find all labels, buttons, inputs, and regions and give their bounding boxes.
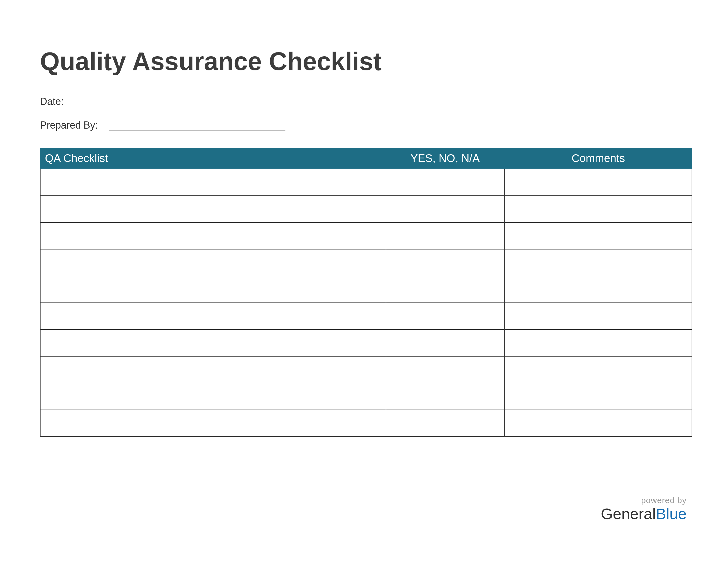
table-row: [41, 222, 692, 249]
powered-by-label: powered by: [601, 496, 687, 505]
cell-comments[interactable]: [505, 249, 692, 276]
cell-comments[interactable]: [505, 330, 692, 356]
brand-part-general: General: [601, 505, 656, 522]
cell-item[interactable]: [41, 169, 386, 195]
cell-status[interactable]: [386, 410, 505, 436]
table-row: [41, 169, 692, 195]
cell-status[interactable]: [386, 169, 505, 195]
column-header-status: YES, NO, N/A: [386, 152, 504, 164]
cell-item[interactable]: [41, 330, 386, 356]
cell-item[interactable]: [41, 410, 386, 436]
cell-status[interactable]: [386, 223, 505, 249]
table-row: [41, 356, 692, 383]
cell-comments[interactable]: [505, 196, 692, 222]
prepared-by-input-line[interactable]: [109, 121, 285, 131]
date-input-line[interactable]: [109, 97, 285, 107]
prepared-by-label: Prepared By:: [40, 119, 109, 131]
table-body: [40, 169, 692, 437]
cell-item[interactable]: [41, 357, 386, 383]
column-header-item: QA Checklist: [40, 152, 386, 164]
table-header-row: QA Checklist YES, NO, N/A Comments: [40, 148, 692, 169]
table-row: [41, 329, 692, 356]
cell-comments[interactable]: [505, 169, 692, 195]
cell-comments[interactable]: [505, 223, 692, 249]
cell-comments[interactable]: [505, 410, 692, 436]
cell-item[interactable]: [41, 303, 386, 329]
prepared-by-row: Prepared By:: [40, 119, 692, 131]
cell-item[interactable]: [41, 276, 386, 303]
brand-logo: GeneralBlue: [601, 506, 687, 522]
cell-item[interactable]: [41, 249, 386, 276]
checklist-table: QA Checklist YES, NO, N/A Comments: [40, 148, 692, 437]
table-row: [41, 410, 692, 436]
brand-part-blue: Blue: [656, 505, 687, 522]
cell-status[interactable]: [386, 249, 505, 276]
cell-status[interactable]: [386, 330, 505, 356]
document-page: Quality Assurance Checklist Date: Prepar…: [0, 0, 728, 563]
cell-status[interactable]: [386, 303, 505, 329]
cell-status[interactable]: [386, 196, 505, 222]
table-row: [41, 195, 692, 222]
column-header-comments: Comments: [504, 152, 692, 164]
cell-comments[interactable]: [505, 357, 692, 383]
table-row: [41, 249, 692, 276]
table-row: [41, 276, 692, 303]
cell-item[interactable]: [41, 196, 386, 222]
cell-comments[interactable]: [505, 383, 692, 410]
cell-item[interactable]: [41, 223, 386, 249]
cell-status[interactable]: [386, 383, 505, 410]
cell-comments[interactable]: [505, 276, 692, 303]
page-title: Quality Assurance Checklist: [40, 47, 692, 76]
cell-comments[interactable]: [505, 303, 692, 329]
table-row: [41, 383, 692, 410]
cell-status[interactable]: [386, 276, 505, 303]
cell-status[interactable]: [386, 357, 505, 383]
date-label: Date:: [40, 96, 109, 107]
date-row: Date:: [40, 96, 692, 107]
footer-branding: powered by GeneralBlue: [601, 496, 687, 522]
cell-item[interactable]: [41, 383, 386, 410]
table-row: [41, 303, 692, 329]
